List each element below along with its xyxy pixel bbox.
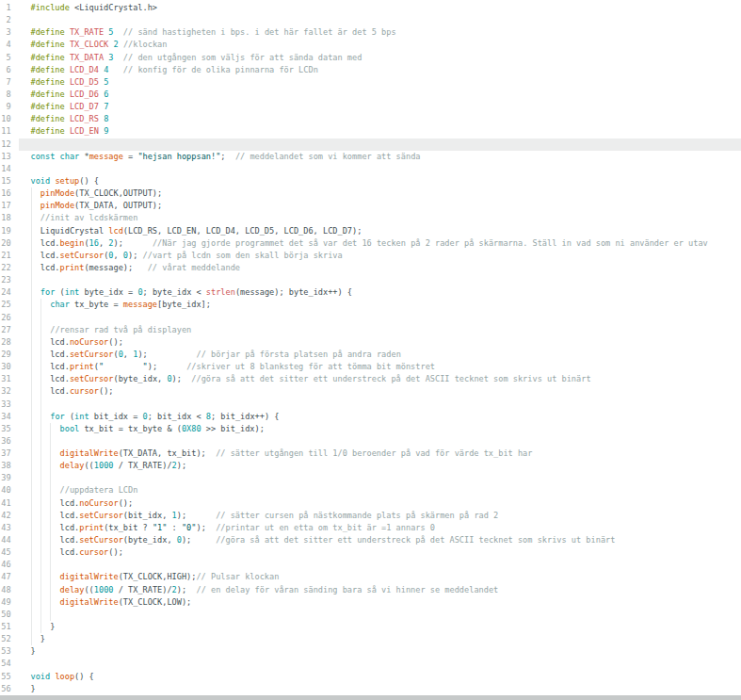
code-line-content[interactable]: }: [19, 683, 741, 695]
code-line-content[interactable]: #define TX_RATE 5 // sänd hastigheten i …: [19, 26, 741, 39]
line-number[interactable]: 6: [0, 64, 19, 76]
code-line-content[interactable]: lcd.noCursor();: [19, 336, 741, 349]
line-number[interactable]: 3: [0, 26, 19, 39]
line-number[interactable]: 50: [0, 609, 19, 621]
code-line[interactable]: 40 //uppdatera LCDn: [0, 484, 741, 497]
code-line-content[interactable]: [19, 274, 741, 286]
line-number[interactable]: 33: [0, 399, 19, 411]
line-number[interactable]: 55: [0, 671, 19, 683]
line-number[interactable]: 46: [0, 559, 19, 571]
code-line[interactable]: 10#define LCD_RS 8: [0, 113, 741, 125]
code-line-content[interactable]: LiquidCrystal lcd(LCD_RS, LCD_EN, LCD_D4…: [19, 225, 741, 237]
line-number[interactable]: 8: [0, 89, 19, 101]
code-line[interactable]: 52 }: [0, 633, 741, 645]
code-line[interactable]: 27 //rensar rad två på displayen: [0, 324, 741, 336]
code-line-content[interactable]: lcd.print(" "); //skriver ut 8 blanksteg…: [19, 361, 741, 373]
line-number[interactable]: 24: [0, 286, 19, 299]
code-line[interactable]: 31 lcd.setCursor(byte_idx, 0); //göra så…: [0, 373, 741, 385]
line-number[interactable]: 23: [0, 274, 19, 286]
line-number[interactable]: 32: [0, 385, 19, 398]
code-line[interactable]: 8#define LCD_D6 6: [0, 89, 741, 101]
code-line-content[interactable]: [19, 399, 741, 411]
line-number[interactable]: 31: [0, 373, 19, 385]
code-line[interactable]: 44 lcd.setCursor(byte_idx, 0); //göra så…: [0, 534, 741, 546]
line-number[interactable]: 22: [0, 262, 19, 274]
code-line-content[interactable]: lcd.cursor();: [19, 546, 741, 559]
line-number[interactable]: 19: [0, 225, 19, 237]
code-line[interactable]: 34 for (int bit_idx = 0; bit_idx < 8; bi…: [0, 411, 741, 423]
code-line[interactable]: 20 lcd.begin(16, 2); //När jag gjorde pr…: [0, 237, 741, 250]
code-line[interactable]: 55void loop() {: [0, 671, 741, 683]
code-line[interactable]: 42 lcd.setCursor(bit_idx, 1); // sätter …: [0, 510, 741, 522]
line-number[interactable]: 29: [0, 349, 19, 361]
code-line[interactable]: 35 bool tx_bit = tx_byte & (0X80 >> bit_…: [0, 423, 741, 435]
code-line-content[interactable]: lcd.setCursor(0, 0); //vart på lcdn som …: [19, 250, 741, 262]
code-line-content[interactable]: //uppdatera LCDn: [19, 484, 741, 497]
code-line-content[interactable]: #define LCD_RS 8: [19, 113, 741, 125]
code-line[interactable]: 30 lcd.print(" "); //skriver ut 8 blanks…: [0, 361, 741, 373]
code-line-content[interactable]: #define LCD_EN 9: [19, 125, 741, 138]
code-line-content[interactable]: lcd.setCursor(byte_idx, 0); //göra så at…: [19, 534, 741, 546]
line-number[interactable]: 36: [0, 435, 19, 448]
line-number[interactable]: 10: [0, 113, 19, 125]
line-number[interactable]: 17: [0, 200, 19, 212]
code-line[interactable]: 3#define TX_RATE 5 // sänd hastigheten i…: [0, 26, 741, 39]
code-line[interactable]: 22 lcd.print(message); // vårat meddelan…: [0, 262, 741, 274]
code-line-content[interactable]: #define LCD_D4 4 // konfig för de olika …: [19, 64, 741, 76]
code-line-content[interactable]: for (int bit_idx = 0; bit_idx < 8; bit_i…: [19, 411, 741, 423]
code-line[interactable]: 53}: [0, 645, 741, 658]
code-line[interactable]: 18 //init av lcdskärmen: [0, 212, 741, 224]
code-line[interactable]: 37 digitalWrite(TX_DATA, tx_bit); // sät…: [0, 448, 741, 460]
code-line[interactable]: 47 digitalWrite(TX_CLOCK,HIGH);// Pulsar…: [0, 571, 741, 583]
code-line-content[interactable]: #define LCD_D7 7: [19, 101, 741, 113]
line-number[interactable]: 18: [0, 212, 19, 224]
code-line-content[interactable]: digitalWrite(TX_CLOCK,LOW);: [19, 596, 741, 609]
code-line-content[interactable]: char tx_byte = message[byte_idx];: [19, 299, 741, 311]
line-number[interactable]: 14: [0, 163, 19, 175]
line-number[interactable]: 49: [0, 596, 19, 609]
code-line-content[interactable]: #define LCD_D6 6: [19, 89, 741, 101]
line-number[interactable]: 9: [0, 101, 19, 113]
line-number[interactable]: 54: [0, 658, 19, 670]
code-line-content[interactable]: lcd.setCursor(0, 1); // börjar på första…: [19, 349, 741, 361]
code-line[interactable]: 9#define LCD_D7 7: [0, 101, 741, 113]
code-line-content[interactable]: #define TX_CLOCK 2 //klockan: [19, 39, 741, 51]
line-number[interactable]: 48: [0, 584, 19, 596]
code-line[interactable]: 2: [0, 14, 741, 26]
code-line[interactable]: 33: [0, 399, 741, 411]
line-number[interactable]: 44: [0, 534, 19, 546]
code-line[interactable]: 11#define LCD_EN 9: [0, 125, 741, 138]
line-number[interactable]: 39: [0, 472, 19, 484]
line-number[interactable]: 41: [0, 497, 19, 510]
code-line-content[interactable]: lcd.print(message); // vårat meddelande: [19, 262, 741, 274]
code-line[interactable]: 28 lcd.noCursor();: [0, 336, 741, 349]
code-line-content[interactable]: lcd.print(tx_bit ? "1" : "0"); //printar…: [19, 522, 741, 534]
line-number[interactable]: 5: [0, 52, 19, 64]
code-line-content[interactable]: [19, 609, 741, 621]
code-line[interactable]: 38 delay((1000 / TX_RATE)/2);: [0, 460, 741, 472]
line-number[interactable]: 51: [0, 621, 19, 633]
code-line[interactable]: 14: [0, 163, 741, 175]
line-number[interactable]: 2: [0, 14, 19, 26]
code-line[interactable]: 48 delay((1000 / TX_RATE)/2); // en dela…: [0, 584, 741, 596]
code-line-content[interactable]: //init av lcdskärmen: [19, 212, 741, 224]
code-line-content[interactable]: const char *message = "hejsan hoppsan!";…: [19, 151, 741, 163]
code-line-content[interactable]: [19, 435, 741, 448]
code-line-content[interactable]: #define TX_DATA 3 // den utgången som vä…: [19, 52, 741, 64]
code-line-content[interactable]: [19, 138, 741, 151]
line-number[interactable]: 52: [0, 633, 19, 645]
code-line-content[interactable]: lcd.begin(16, 2); //När jag gjorde progr…: [19, 237, 741, 250]
code-line[interactable]: 39: [0, 472, 741, 484]
code-line[interactable]: 12: [0, 138, 741, 151]
code-line[interactable]: 32 lcd.cursor();: [0, 385, 741, 398]
code-line[interactable]: 6#define LCD_D4 4 // konfig för de olika…: [0, 64, 741, 76]
line-number[interactable]: 13: [0, 151, 19, 163]
line-number[interactable]: 40: [0, 484, 19, 497]
line-number[interactable]: 56: [0, 683, 19, 695]
code-line[interactable]: 51 }: [0, 621, 741, 633]
line-number[interactable]: 4: [0, 39, 19, 51]
code-line-content[interactable]: pinMode(TX_DATA, OUTPUT);: [19, 200, 741, 212]
code-line[interactable]: 19 LiquidCrystal lcd(LCD_RS, LCD_EN, LCD…: [0, 225, 741, 237]
line-number[interactable]: 20: [0, 237, 19, 250]
code-line-content[interactable]: #include <LiquidCrystal.h>: [19, 2, 741, 14]
